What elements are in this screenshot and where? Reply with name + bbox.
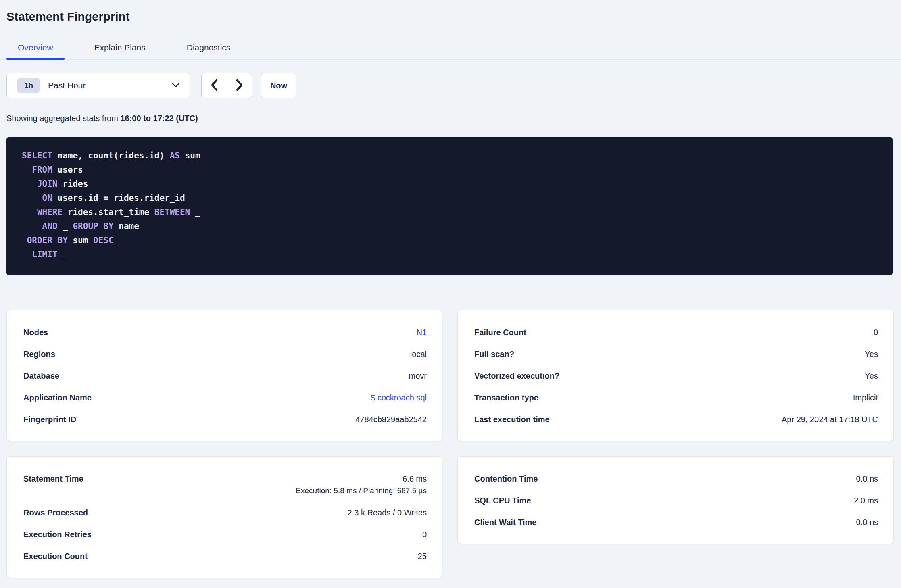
row-value-wrap: 2.0 ms bbox=[854, 495, 878, 506]
row-value-wrap: Yes bbox=[865, 370, 878, 382]
execution-stats-card: Statement Time6.6 msExecution: 5.8 ms / … bbox=[6, 456, 442, 578]
sql-text: _ bbox=[58, 250, 68, 259]
row-value-wrap: 25 bbox=[418, 550, 427, 562]
row-label: Contention Time bbox=[474, 473, 538, 484]
row-label: Vectorized execution? bbox=[474, 370, 559, 382]
interval-badge: 1h bbox=[17, 78, 40, 93]
sql-keyword: SELECT bbox=[22, 151, 52, 161]
row-value-wrap: Yes bbox=[865, 348, 878, 360]
row-value-link[interactable]: N1 bbox=[416, 327, 427, 338]
card-row: Client Wait Time0.0 ns bbox=[474, 511, 878, 533]
sql-line: LIMIT _ bbox=[22, 248, 880, 262]
sql-keyword: AND bbox=[42, 221, 58, 231]
row-label: Statement Time bbox=[23, 473, 83, 484]
sql-keyword: GROUP BY bbox=[73, 221, 113, 231]
row-value-wrap: 0.0 ns bbox=[856, 473, 878, 484]
sql-keyword: BETWEEN bbox=[154, 207, 190, 217]
sql-keyword: AS bbox=[170, 151, 180, 161]
execution-attributes-card: Failure Count0Full scan?YesVectorized ex… bbox=[457, 310, 894, 441]
sql-keyword: JOIN bbox=[37, 179, 58, 189]
tab-diagnostics[interactable]: Diagnostics bbox=[175, 43, 242, 59]
time-nav-group bbox=[201, 73, 252, 98]
time-interval-select[interactable]: 1h Past Hour bbox=[6, 73, 190, 98]
sql-text: sum bbox=[68, 236, 93, 245]
row-label: Database bbox=[23, 370, 59, 382]
sql-text: rides.start_time bbox=[63, 207, 154, 217]
sql-text: _ bbox=[190, 207, 200, 217]
row-label: Regions bbox=[23, 348, 55, 360]
row-value: 2.0 ms bbox=[854, 495, 878, 506]
sql-keyword: LIMIT bbox=[32, 250, 57, 259]
sql-text: users bbox=[52, 165, 83, 175]
sql-text: name, count(rides.id) bbox=[52, 151, 170, 161]
stats-caption-prefix: Showing aggregated stats from bbox=[6, 114, 120, 123]
now-button[interactable]: Now bbox=[261, 73, 296, 98]
row-label: Last execution time bbox=[474, 414, 550, 425]
row-value: 6.6 ms bbox=[403, 473, 427, 484]
sql-keyword: FROM bbox=[32, 165, 52, 175]
row-label: Nodes bbox=[23, 327, 48, 338]
row-value: Yes bbox=[865, 348, 878, 360]
tab-explain-plans[interactable]: Explain Plans bbox=[83, 43, 157, 59]
card-row: Failure Count0 bbox=[474, 321, 878, 343]
row-label: Client Wait Time bbox=[474, 517, 536, 528]
previous-interval-button[interactable] bbox=[201, 73, 227, 98]
chevron-down-icon bbox=[172, 82, 180, 89]
row-value: 0 bbox=[422, 529, 427, 540]
page-title: Statement Fingerprint bbox=[0, 0, 901, 24]
row-label: Full scan? bbox=[474, 348, 514, 360]
row-label: Fingerprint ID bbox=[23, 414, 76, 425]
row-value: Yes bbox=[865, 370, 878, 382]
tab-bar: Overview Explain Plans Diagnostics bbox=[0, 43, 901, 60]
row-label: Execution Retries bbox=[23, 529, 92, 540]
sql-text: rides bbox=[58, 179, 88, 189]
row-value-wrap: $ cockroach sql bbox=[371, 392, 427, 403]
row-value: 25 bbox=[418, 550, 427, 562]
row-value-wrap: 0 bbox=[874, 327, 878, 338]
card-row: NodesN1 bbox=[23, 321, 427, 343]
row-label: Failure Count bbox=[474, 327, 526, 338]
sql-line: SELECT name, count(rides.id) AS sum bbox=[22, 149, 880, 163]
row-label: SQL CPU Time bbox=[474, 495, 531, 506]
sql-text: name bbox=[114, 221, 139, 231]
row-value: 0 bbox=[874, 327, 878, 338]
row-value-wrap: 4784cb829aab2542 bbox=[355, 414, 427, 425]
card-row: Full scan?Yes bbox=[474, 343, 878, 365]
card-row: Vectorized execution?Yes bbox=[474, 365, 878, 387]
row-label: Rows Processed bbox=[23, 507, 88, 518]
row-value-wrap: 6.6 msExecution: 5.8 ms / Planning: 687.… bbox=[296, 473, 427, 496]
row-value: 0.0 ns bbox=[856, 473, 878, 484]
statement-fingerprint-page: Statement Fingerprint Overview Explain P… bbox=[0, 0, 901, 588]
sql-line: AND _ GROUP BY name bbox=[22, 219, 880, 234]
row-value-wrap: 0 bbox=[422, 529, 427, 540]
next-interval-button[interactable] bbox=[227, 73, 252, 98]
aggregated-stats-caption: Showing aggregated stats from 16:00 to 1… bbox=[6, 114, 901, 123]
sql-text: sum bbox=[180, 151, 200, 161]
card-row: Transaction typeImplicit bbox=[474, 387, 878, 409]
row-value: 2.3 k Reads / 0 Writes bbox=[348, 507, 427, 518]
row-value-wrap: 0.0 ns bbox=[856, 517, 878, 528]
row-value-link[interactable]: $ cockroach sql bbox=[371, 392, 427, 403]
row-value-wrap: Apr 29, 2024 at 17:18 UTC bbox=[782, 414, 878, 425]
overview-cards-row: NodesN1RegionslocalDatabasemovrApplicati… bbox=[6, 310, 893, 441]
card-row: SQL CPU Time2.0 ms bbox=[474, 490, 878, 511]
chevron-right-icon bbox=[236, 79, 243, 92]
row-label: Application Name bbox=[23, 392, 92, 403]
statement-details-card: NodesN1RegionslocalDatabasemovrApplicati… bbox=[6, 310, 442, 441]
sql-keyword: WHERE bbox=[37, 207, 63, 217]
row-value-wrap: Implicit bbox=[853, 392, 878, 403]
card-row: Databasemovr bbox=[23, 365, 427, 387]
row-value-wrap: 2.3 k Reads / 0 Writes bbox=[348, 507, 427, 518]
card-row: Fingerprint ID4784cb829aab2542 bbox=[23, 409, 427, 430]
card-row: Application Name$ cockroach sql bbox=[23, 387, 427, 409]
time-controls: 1h Past Hour bbox=[6, 73, 901, 98]
sql-keyword: ON bbox=[42, 193, 52, 203]
sql-line: ORDER BY sum DESC bbox=[22, 234, 880, 248]
sql-line: JOIN rides bbox=[22, 177, 880, 191]
row-value-detail: Execution: 5.8 ms / Planning: 687.5 µs bbox=[296, 485, 427, 496]
sql-line: FROM users bbox=[22, 163, 880, 177]
row-value: 0.0 ns bbox=[856, 517, 878, 528]
tab-overview[interactable]: Overview bbox=[6, 43, 65, 59]
row-value: Implicit bbox=[853, 392, 878, 403]
sql-line: ON users.id = rides.rider_id bbox=[22, 191, 880, 205]
